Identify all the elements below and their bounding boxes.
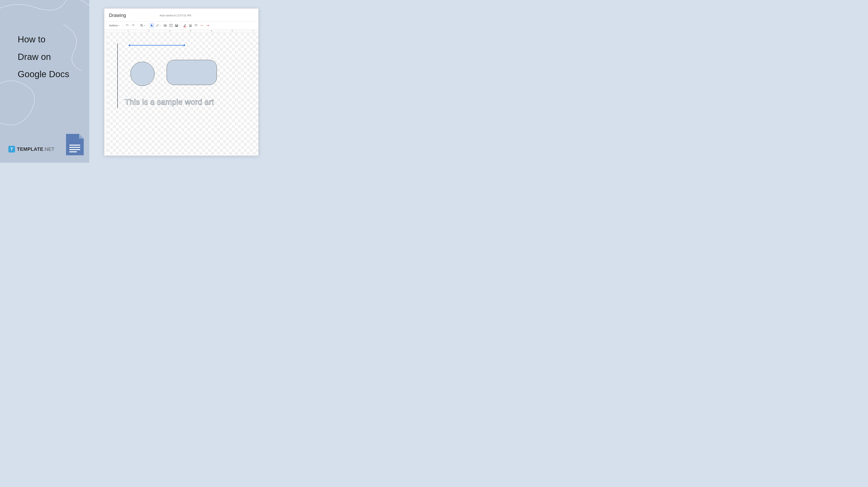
ruler-mark: 7 bbox=[253, 30, 254, 32]
zoom-button[interactable]: ▼ bbox=[139, 23, 146, 28]
word-art-text[interactable]: This is a sample word art bbox=[125, 98, 214, 106]
toolbar: Actions ▼ ▼ ▼ T bbox=[104, 21, 258, 30]
svg-rect-3 bbox=[69, 151, 77, 152]
line-icon bbox=[156, 24, 159, 27]
drawn-rounded-rectangle[interactable] bbox=[167, 60, 217, 85]
selection-handle-left[interactable] bbox=[129, 44, 130, 46]
drawing-title: Drawing bbox=[109, 13, 126, 18]
ruler-mark: 3 bbox=[169, 30, 170, 32]
shape-tool[interactable] bbox=[162, 23, 168, 28]
drawing-dialog: Drawing Auto-saved at 12:57:01 PM Action… bbox=[104, 8, 258, 155]
drawing-header: Drawing Auto-saved at 12:57:01 PM bbox=[104, 8, 258, 21]
pencil-icon bbox=[183, 24, 186, 27]
textbox-tool[interactable]: T bbox=[168, 23, 174, 28]
vertical-ruler bbox=[104, 33, 107, 156]
template-name-suffix: .NET bbox=[43, 147, 54, 152]
drawn-vertical-line[interactable] bbox=[117, 43, 118, 108]
redo-button[interactable] bbox=[130, 23, 136, 28]
svg-rect-0 bbox=[69, 145, 80, 145]
separator bbox=[123, 24, 123, 28]
svg-point-14 bbox=[176, 25, 176, 26]
ruler-mark: 1 bbox=[128, 30, 129, 32]
undo-icon bbox=[126, 24, 129, 27]
headline-line-3: Google Docs bbox=[18, 65, 69, 83]
canvas-background bbox=[107, 33, 258, 156]
image-tool[interactable] bbox=[174, 23, 179, 28]
svg-text:T: T bbox=[170, 24, 172, 27]
drawing-canvas[interactable]: This is a sample word art bbox=[104, 33, 258, 156]
svg-rect-1 bbox=[69, 147, 80, 148]
line-weight-button[interactable] bbox=[188, 23, 193, 28]
cursor-icon bbox=[151, 24, 153, 27]
ruler-mark: 4 bbox=[190, 30, 191, 32]
textbox-icon: T bbox=[169, 24, 173, 27]
svg-line-8 bbox=[156, 24, 158, 27]
image-icon bbox=[175, 24, 178, 27]
ruler-mark: 5 bbox=[211, 30, 212, 32]
svg-line-5 bbox=[142, 26, 143, 27]
line-start-icon bbox=[200, 25, 204, 26]
template-name: TEMPLATE.NET bbox=[17, 147, 54, 152]
actions-label: Actions bbox=[109, 24, 118, 27]
line-color-button[interactable] bbox=[182, 23, 187, 28]
svg-rect-15 bbox=[184, 27, 186, 27]
left-panel: How to Draw on Google Docs T TEMPLATE.NE… bbox=[0, 0, 89, 163]
google-docs-icon bbox=[66, 134, 84, 155]
zoom-icon bbox=[140, 24, 143, 27]
svg-rect-17 bbox=[189, 25, 192, 26]
svg-rect-18 bbox=[189, 26, 192, 27]
selected-horizontal-line[interactable] bbox=[129, 45, 184, 45]
undo-button[interactable] bbox=[124, 23, 130, 28]
redo-icon bbox=[131, 24, 135, 27]
line-tool[interactable]: ▼ bbox=[155, 23, 162, 28]
svg-rect-2 bbox=[69, 149, 80, 150]
template-logo: T TEMPLATE.NET bbox=[8, 146, 54, 153]
chevron-down-icon: ▼ bbox=[144, 25, 145, 26]
ruler-mark: 2 bbox=[148, 30, 150, 32]
template-name-bold: TEMPLATE bbox=[17, 147, 43, 152]
headline-line-1: How to bbox=[18, 31, 69, 48]
template-logo-icon: T bbox=[8, 146, 15, 153]
line-dash-button[interactable] bbox=[193, 23, 198, 28]
drawn-circle[interactable] bbox=[130, 62, 155, 86]
actions-menu[interactable]: Actions ▼ bbox=[108, 23, 121, 28]
line-end-button[interactable] bbox=[205, 23, 211, 28]
line-end-icon bbox=[206, 25, 210, 26]
svg-rect-16 bbox=[189, 24, 192, 25]
shape-icon bbox=[163, 24, 167, 27]
selection-handle-right[interactable] bbox=[183, 44, 185, 46]
chevron-down-icon: ▼ bbox=[118, 25, 120, 26]
line-start-button[interactable] bbox=[199, 23, 205, 28]
separator bbox=[181, 24, 181, 28]
logo-letter: T bbox=[10, 147, 13, 152]
autosave-status: Auto-saved at 12:57:01 PM bbox=[160, 14, 191, 17]
chevron-down-icon: ▼ bbox=[159, 25, 161, 26]
select-tool[interactable] bbox=[150, 23, 154, 28]
headline-line-2: Draw on bbox=[18, 48, 69, 66]
headline: How to Draw on Google Docs bbox=[18, 31, 69, 83]
horizontal-ruler: 1 2 3 4 5 6 7 bbox=[104, 30, 258, 33]
line-dash-icon bbox=[194, 24, 197, 27]
line-weight-icon bbox=[189, 24, 192, 27]
ruler-mark: 6 bbox=[232, 30, 233, 32]
